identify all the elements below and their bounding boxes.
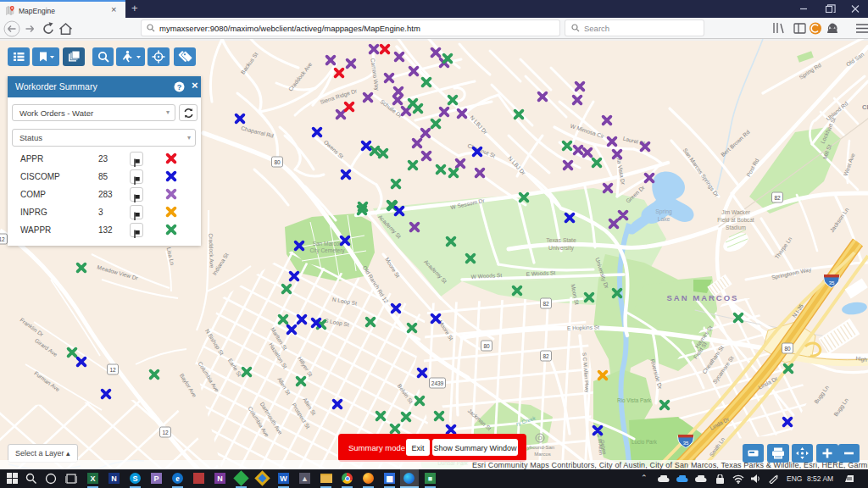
svg-text:City Cemetery: City Cemetery (309, 247, 345, 254)
svg-text:35: 35 (829, 280, 835, 286)
svg-text:Spring: Spring (655, 208, 672, 215)
svg-text:12: 12 (0, 236, 5, 242)
svg-text:Lake: Lake (658, 216, 670, 222)
svg-text:Lucio Park: Lucio Park (632, 439, 658, 445)
svg-text:Field at Bobcat: Field at Bobcat (717, 217, 754, 223)
svg-text:80: 80 (274, 159, 281, 165)
svg-text:yhound-San: yhound-San (527, 445, 554, 450)
svg-text:82: 82 (774, 195, 781, 201)
svg-text:SAN MARCOS: SAN MARCOS (667, 293, 739, 302)
svg-text:80: 80 (784, 346, 791, 352)
svg-text:Rio Vista Park: Rio Vista Park (617, 397, 652, 403)
svg-text:2439: 2439 (431, 380, 444, 386)
svg-text:Jim Wacker: Jim Wacker (721, 209, 751, 215)
svg-text:University: University (548, 245, 574, 252)
svg-text:Craddock Ave: Craddock Ave (208, 233, 214, 268)
svg-text:82: 82 (542, 301, 549, 307)
svg-text:Stadium: Stadium (726, 225, 746, 230)
svg-text:12: 12 (162, 430, 169, 435)
svg-text:80: 80 (483, 343, 490, 349)
svg-text:Texas State: Texas State (546, 237, 576, 243)
svg-text:35: 35 (683, 441, 689, 446)
svg-text:12: 12 (109, 367, 116, 373)
svg-text:San Marcos: San Marcos (313, 241, 342, 247)
svg-text:CE: CE (862, 103, 868, 111)
svg-text:82: 82 (542, 353, 549, 359)
svg-text:?: ? (177, 83, 182, 92)
svg-text:Marcos: Marcos (534, 452, 551, 457)
